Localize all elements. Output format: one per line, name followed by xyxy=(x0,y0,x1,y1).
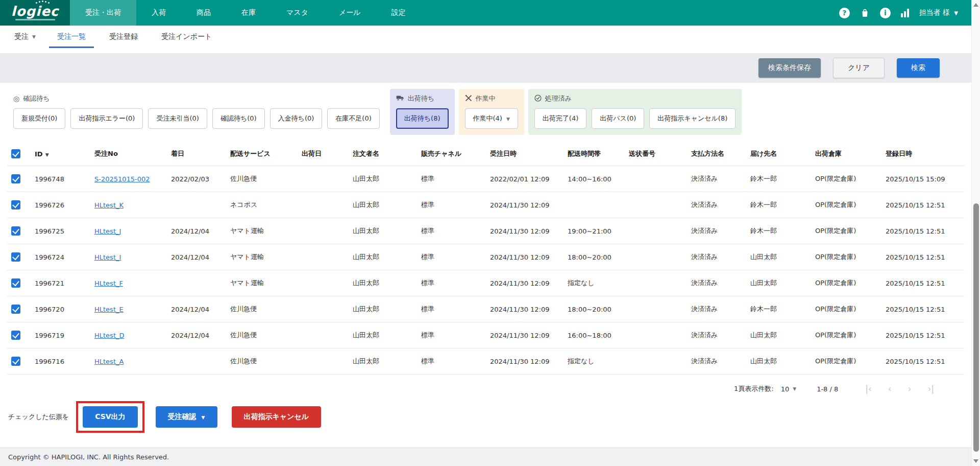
scroll-up-arrow-icon[interactable] xyxy=(973,3,978,7)
truck-icon xyxy=(396,95,404,103)
status-section-shipping-wait: 出荷待ち 出荷待ち(8) xyxy=(390,89,455,135)
order-no-link[interactable]: HLtest_E xyxy=(94,306,124,313)
cell-order-no: S-20251015-002 xyxy=(90,166,167,192)
cell-channel: 標準 xyxy=(417,192,486,218)
last-page-icon[interactable]: ›| xyxy=(923,384,939,394)
csv-export-button[interactable]: CSV出力 xyxy=(83,406,137,428)
cell-order-datetime: 2024/11/30 12:09 xyxy=(486,244,564,270)
row-checkbox[interactable] xyxy=(11,200,20,209)
filter-ship-instruction-error[interactable]: 出荷指示エラー(0) xyxy=(70,108,143,129)
info-icon[interactable]: i xyxy=(880,8,891,18)
row-checkbox[interactable] xyxy=(11,278,20,288)
col-order-datetime: 受注日時 xyxy=(486,142,564,166)
help-icon[interactable]: ? xyxy=(839,8,850,18)
cell-order-no: HLtest_J xyxy=(90,218,167,244)
filter-in-progress[interactable]: 作業中(4)▼ xyxy=(465,108,518,129)
copyright-text: Copyright © HAPILOGI, INC. All Rights Re… xyxy=(8,453,169,461)
filter-shipped-complete[interactable]: 出荷完了(4) xyxy=(534,108,586,129)
scroll-down-arrow-icon[interactable] xyxy=(973,459,978,463)
filter-new-reception[interactable]: 新規受付(0) xyxy=(13,108,65,129)
cell-arrival-date: 2024/12/04 xyxy=(167,322,226,348)
order-no-link[interactable]: HLtest_J xyxy=(94,227,121,235)
order-no-link[interactable]: HLtest_A xyxy=(94,358,124,365)
search-button[interactable]: 検索 xyxy=(897,58,940,78)
table-header-row: ID▼ 受注No 着日 配送サービス 出荷日 注文者名 販売チャネル 受注日時 … xyxy=(7,142,964,166)
vertical-scrollbar[interactable] xyxy=(971,0,980,466)
chevron-down-icon: ▼ xyxy=(506,116,510,122)
cell-tracking-no xyxy=(625,166,687,192)
logo[interactable]: logiec xyxy=(0,0,70,26)
nav-item-master[interactable]: マスタ xyxy=(271,0,324,26)
col-arrival-date: 着日 xyxy=(167,142,226,166)
cell-delivery-service: ヤマト運輸 xyxy=(226,244,298,270)
cell-ship-date xyxy=(298,348,349,375)
order-no-link[interactable]: HLtest_I xyxy=(94,253,121,261)
order-confirm-button[interactable]: 受注確認▼ xyxy=(156,406,217,428)
bag-icon[interactable] xyxy=(860,8,870,18)
order-no-link[interactable]: S-20251015-002 xyxy=(94,175,150,183)
filter-payment-wait[interactable]: 入金待ち(0) xyxy=(270,108,323,129)
row-checkbox[interactable] xyxy=(11,252,20,262)
filter-confirm-wait[interactable]: 確認待ち(0) xyxy=(212,108,265,129)
cell-payment: 決済済み xyxy=(687,322,746,348)
cell-arrival-date xyxy=(167,270,226,296)
filter-shipping-wait[interactable]: 出荷待ち(8) xyxy=(396,108,449,129)
ship-instruction-cancel-button[interactable]: 出荷指示キャンセル xyxy=(232,406,322,428)
row-checkbox[interactable] xyxy=(11,305,20,314)
next-page-icon[interactable]: › xyxy=(903,384,916,394)
nav-item-inbound[interactable]: 入荷 xyxy=(136,0,181,26)
order-no-link[interactable]: HLtest_D xyxy=(94,332,125,339)
nav-item-mail[interactable]: メール xyxy=(324,0,376,26)
per-page-select[interactable]: 10 ▼ xyxy=(781,385,796,393)
cell-order-no: HLtest_K xyxy=(90,192,167,218)
col-id[interactable]: ID▼ xyxy=(31,142,90,166)
user-menu[interactable]: 担当者 様 ▼ xyxy=(919,8,958,17)
cell-arrival-date xyxy=(167,192,226,218)
first-page-icon[interactable]: |‹ xyxy=(861,384,876,394)
row-checkbox[interactable] xyxy=(11,357,20,366)
tab-order-register[interactable]: 受注登録 xyxy=(101,26,146,48)
cell-warehouse: OP(限定倉庫) xyxy=(811,348,881,375)
row-checkbox[interactable] xyxy=(11,226,20,236)
cell-recipient: 山田太郎 xyxy=(746,322,811,348)
cell-delivery-service: ネコポス xyxy=(226,192,298,218)
cell-warehouse: OP(限定倉庫) xyxy=(811,296,881,322)
cell-time-slot: 18:00~20:00 xyxy=(564,244,625,270)
col-warehouse: 出荷倉庫 xyxy=(811,142,881,166)
status-filter-area: ◎ 確認待ち 新規受付(0) 出荷指示エラー(0) 受注未引当(0) 確認待ち(… xyxy=(7,89,964,135)
save-search-conditions-button[interactable]: 検索条件保存 xyxy=(758,58,821,78)
filter-stock-shortage[interactable]: 在庫不足(0) xyxy=(327,108,379,129)
nav-item-settings[interactable]: 設定 xyxy=(376,0,421,26)
tab-order-import[interactable]: 受注インポート xyxy=(153,26,220,48)
clear-button[interactable]: クリア xyxy=(833,58,885,78)
order-confirm-label: 受注確認 xyxy=(168,412,197,421)
filter-order-unallocated[interactable]: 受注未引当(0) xyxy=(148,108,207,129)
nav-item-stock[interactable]: 在庫 xyxy=(226,0,271,26)
table-row: 1996720HLtest_E2024/12/04佐川急便山田太郎標準2024/… xyxy=(7,296,964,322)
cell-orderer: 山田太郎 xyxy=(349,270,417,296)
section-header: 処理済み xyxy=(534,94,736,103)
order-no-link[interactable]: HLtest_K xyxy=(94,201,124,209)
cell-order-datetime: 2024/11/30 12:09 xyxy=(486,348,564,375)
cell-payment: 決済済み xyxy=(687,244,746,270)
cell-registered: 2025/10/15 12:51 xyxy=(881,296,964,322)
order-section-dropdown[interactable]: 受注 ▼ xyxy=(8,26,42,48)
order-no-link[interactable]: HLtest_F xyxy=(94,279,123,287)
row-checkbox[interactable] xyxy=(11,174,20,183)
signal-bars-icon[interactable] xyxy=(901,9,909,17)
page: logiec 受注・出荷 入荷 商品 在庫 マスタ メール 設定 ? xyxy=(0,0,980,466)
cell-registered: 2025/10/15 12:51 xyxy=(881,270,964,296)
cell-time-slot: 19:00~21:00 xyxy=(564,218,625,244)
tab-order-list[interactable]: 受注一覧 xyxy=(49,26,94,48)
cell-orderer: 山田太郎 xyxy=(349,322,417,348)
nav-item-products[interactable]: 商品 xyxy=(181,0,226,26)
cell-time-slot: 16:00~18:00 xyxy=(564,322,625,348)
filter-ship-pass[interactable]: 出荷パス(0) xyxy=(592,108,644,129)
row-checkbox[interactable] xyxy=(11,331,20,340)
prev-page-icon[interactable]: ‹ xyxy=(884,384,896,394)
select-all-checkbox[interactable] xyxy=(11,149,20,158)
nav-item-orders-shipping[interactable]: 受注・出荷 xyxy=(70,0,136,26)
scrollbar-thumb[interactable] xyxy=(973,203,979,452)
table-row: 1996719HLtest_D2024/12/04佐川急便山田太郎標準2024/… xyxy=(7,322,964,348)
filter-ship-instruction-cancel[interactable]: 出荷指示キャンセル(8) xyxy=(649,108,736,129)
